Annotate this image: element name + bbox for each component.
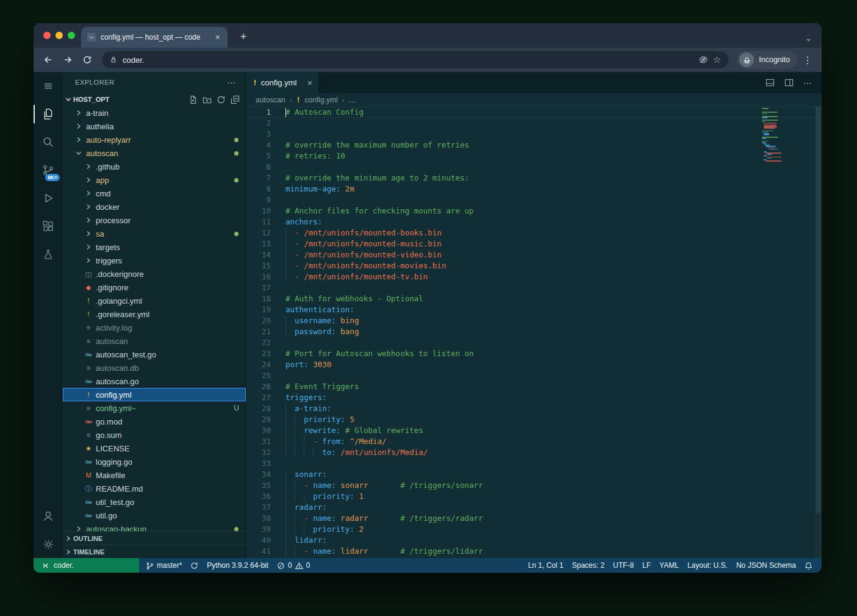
tree-item-autoscan-go[interactable]: Goautoscan.go — [63, 374, 246, 388]
outline-section-header[interactable]: OUTLINE — [63, 531, 246, 545]
bookmark-star-icon[interactable]: ☆ — [713, 54, 721, 65]
back-button[interactable] — [40, 51, 57, 68]
run-debug-icon[interactable] — [34, 184, 63, 212]
tree-item-targets[interactable]: targets — [63, 240, 246, 254]
layout-icon[interactable] — [766, 78, 775, 87]
timeline-section-header[interactable]: TIMELINE — [63, 545, 246, 558]
tree-item-dockerignore[interactable]: ◫.dockerignore — [63, 267, 246, 281]
code-line-3[interactable]: 3 — [246, 129, 822, 140]
tree-item-config-yml[interactable]: !config.yml — [63, 388, 246, 401]
address-bar[interactable]: coder. ☆ — [102, 51, 728, 68]
tree-item-readme-md[interactable]: ⓘREADME.md — [63, 482, 246, 495]
close-tab-icon[interactable]: × — [307, 78, 312, 88]
browser-tab[interactable]: ‹› config.yml — host_opt — code × — [81, 27, 228, 48]
code-line-7[interactable]: 7# override the minimum age to 2 minutes… — [246, 173, 822, 184]
tree-item-gitignore[interactable]: ◆.gitignore — [63, 281, 246, 294]
new-tab-button[interactable]: + — [236, 29, 251, 44]
code-line-33[interactable]: 33 — [246, 458, 822, 469]
tree-item-go-sum[interactable]: ≡go.sum — [63, 428, 246, 442]
json-schema-status[interactable]: No JSON Schema — [732, 561, 800, 570]
notifications-bell-icon[interactable] — [800, 562, 817, 570]
code-line-14[interactable]: 14 - /mnt/unionfs/mounted-video.bin — [246, 249, 822, 260]
code-line-23[interactable]: 23# Port for Autoscan webhooks to listen… — [246, 348, 822, 359]
account-icon[interactable] — [34, 502, 63, 530]
code-line-17[interactable]: 17 — [246, 282, 822, 293]
tree-item-util-go[interactable]: Goutil.go — [63, 509, 246, 522]
code-line-12[interactable]: 12 - /mnt/unionfs/mounted-books.bin — [246, 227, 822, 238]
encoding-status[interactable]: UTF-8 — [609, 561, 638, 570]
code-area[interactable]: 1# Autoscan Config234# override the maxi… — [246, 107, 822, 558]
tree-item-autoscan-backup[interactable]: autoscan-backup — [63, 522, 246, 531]
browser-menu-icon[interactable]: ⋮ — [800, 54, 816, 66]
code-line-39[interactable]: 39 priority: 2 — [246, 524, 822, 535]
settings-gear-icon[interactable] — [34, 530, 63, 558]
indentation-status[interactable]: Spaces: 2 — [568, 561, 609, 570]
code-line-6[interactable]: 6 — [246, 162, 822, 173]
tree-item-license[interactable]: ★LICENSE — [63, 442, 246, 455]
extensions-icon[interactable] — [34, 212, 63, 240]
tree-item-logging-go[interactable]: Gologging.go — [63, 455, 246, 468]
tree-item-golangci-yml[interactable]: !.golangci.yml — [63, 294, 246, 307]
tree-item-activity-log[interactable]: ≡activity.log — [63, 321, 246, 334]
code-line-36[interactable]: 36 priority: 1 — [246, 491, 822, 502]
breadcrumb[interactable]: autoscan › ! config.yml › … — [246, 93, 822, 107]
menu-hamburger-icon[interactable] — [34, 72, 63, 100]
reload-button[interactable] — [79, 51, 96, 68]
tree-item-config-yml[interactable]: ≡config.yml~U — [63, 401, 246, 415]
sync-changes-button[interactable] — [186, 562, 203, 570]
code-line-26[interactable]: 26# Event Triggers — [246, 381, 822, 392]
code-line-16[interactable]: 16 - /mnt/unionfs/mounted-tv.bin — [246, 271, 822, 282]
workspace-section-header[interactable]: HOST_OPT — [63, 93, 246, 106]
tab-search-chevron-icon[interactable]: ⌄ — [805, 34, 812, 43]
tree-item-processor[interactable]: processor — [63, 213, 246, 227]
explorer-more-actions-icon[interactable]: ⋯ — [227, 77, 236, 87]
code-line-5[interactable]: 5# retries: 10 — [246, 151, 822, 162]
code-line-38[interactable]: 38 - name: radarr # /triggers/radarr — [246, 513, 822, 524]
forward-button[interactable] — [59, 51, 76, 68]
split-editor-icon[interactable] — [784, 78, 794, 87]
tree-item-autoscan-db[interactable]: ≡autoscan.db — [63, 361, 246, 374]
tree-item-sa[interactable]: sa — [63, 227, 246, 240]
code-line-21[interactable]: 21 password: bang — [246, 326, 822, 337]
code-line-37[interactable]: 37 radarr: — [246, 502, 822, 513]
code-line-18[interactable]: 18# Auth for webhooks - Optional — [246, 293, 822, 304]
code-line-22[interactable]: 22 — [246, 337, 822, 348]
eye-blocked-icon[interactable] — [698, 55, 708, 65]
code-line-9[interactable]: 9 — [246, 195, 822, 206]
code-line-34[interactable]: 34 sonarr: — [246, 469, 822, 480]
tab-close-icon[interactable]: × — [214, 33, 221, 41]
code-line-30[interactable]: 30 rewrite: # Global rewrites — [246, 425, 822, 436]
tree-item-util-test-go[interactable]: Goutil_test.go — [63, 495, 246, 509]
code-line-24[interactable]: 24port: 3030 — [246, 359, 822, 370]
tree-item-go-mod[interactable]: Gogo.mod — [63, 415, 246, 428]
code-line-2[interactable]: 2 — [246, 118, 822, 129]
code-line-19[interactable]: 19authentication: — [246, 304, 822, 315]
editor-tab-config-yml[interactable]: ! config.yml × — [246, 72, 318, 93]
refresh-icon[interactable] — [217, 95, 226, 104]
tree-item-goreleaser-yml[interactable]: !.goreleaser.yml — [63, 307, 246, 321]
code-line-20[interactable]: 20 username: bing — [246, 315, 822, 326]
collapse-all-icon[interactable] — [231, 95, 240, 104]
code-line-31[interactable]: 31 - from: ^/Media/ — [246, 436, 822, 447]
more-actions-icon[interactable]: ⋯ — [803, 78, 812, 88]
code-line-29[interactable]: 29 priority: 5 — [246, 414, 822, 425]
code-line-32[interactable]: 32 to: /mnt/unionfs/Media/ — [246, 447, 822, 458]
new-file-icon[interactable] — [188, 95, 198, 104]
code-line-35[interactable]: 35 - name: sonarr # /triggers/sonarr — [246, 480, 822, 491]
git-branch-status[interactable]: master* — [142, 561, 186, 570]
tree-item-auto-replyarr[interactable]: auto-replyarr — [63, 133, 246, 146]
zoom-window-button[interactable] — [68, 32, 75, 39]
keyboard-layout-status[interactable]: Layout: U.S. — [683, 561, 732, 570]
tree-item-cmd[interactable]: cmd — [63, 187, 246, 200]
code-line-27[interactable]: 27triggers: — [246, 392, 822, 403]
tree-item-a-train[interactable]: a-train — [63, 106, 246, 120]
minimize-window-button[interactable] — [56, 32, 63, 39]
tree-item-app[interactable]: app — [63, 173, 246, 187]
code-line-8[interactable]: 8minimum-age: 2m — [246, 184, 822, 195]
tree-item-docker[interactable]: docker — [63, 200, 246, 213]
tree-item-authelia[interactable]: authelia — [63, 120, 246, 133]
breadcrumb-symbol[interactable]: … — [348, 96, 356, 104]
python-interpreter-status[interactable]: Python 3.9.2 64-bit — [203, 561, 273, 570]
testing-beaker-icon[interactable] — [34, 240, 63, 268]
tree-item-triggers[interactable]: triggers — [63, 254, 246, 267]
